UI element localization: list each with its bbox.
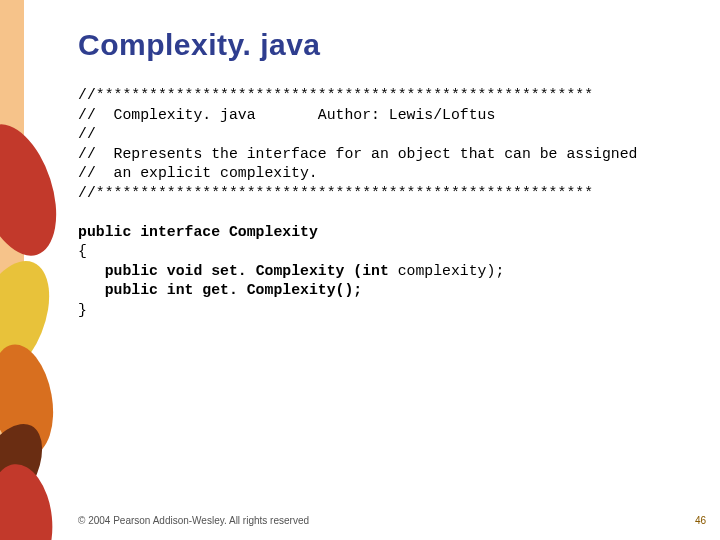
keyword-public: public: [105, 282, 158, 298]
svg-point-4: [0, 413, 56, 528]
code-line: //**************************************…: [78, 185, 593, 201]
code-line: // an explicit complexity.: [78, 165, 318, 181]
slide-title: Complexity. java: [78, 28, 700, 62]
svg-point-5: [0, 461, 58, 540]
keyword-public: public: [78, 224, 131, 240]
code-block: //**************************************…: [78, 86, 700, 320]
code-line: // Represents the interface for an objec…: [78, 146, 637, 162]
method-get: get. Complexity();: [202, 282, 362, 298]
keyword-int: int: [167, 282, 194, 298]
copyright-footer: © 2004 Pearson Addison-Wesley. All right…: [78, 515, 309, 526]
brace-open: {: [78, 243, 87, 259]
svg-point-3: [0, 340, 60, 461]
indent: [78, 282, 105, 298]
keyword-void: void: [167, 263, 203, 279]
keyword-public: public: [105, 263, 158, 279]
brace-close: }: [78, 302, 87, 318]
code-line: //**************************************…: [78, 87, 593, 103]
keyword-int: int: [362, 263, 389, 279]
code-line: //: [78, 126, 96, 142]
svg-point-2: [0, 250, 60, 390]
code-line: // Complexity. java Author: Lewis/Loftus: [78, 107, 495, 123]
indent: [78, 263, 105, 279]
method-set-tail: complexity);: [389, 263, 504, 279]
identifier-class: Complexity: [229, 224, 318, 240]
svg-rect-0: [0, 0, 24, 540]
keyword-interface: interface: [140, 224, 220, 240]
method-set: set. Complexity (: [211, 263, 362, 279]
svg-point-1: [0, 114, 60, 266]
slide-content: Complexity. java //*********************…: [78, 28, 700, 320]
page-number: 46: [695, 515, 706, 526]
autumn-leaves-decor: [0, 0, 60, 540]
